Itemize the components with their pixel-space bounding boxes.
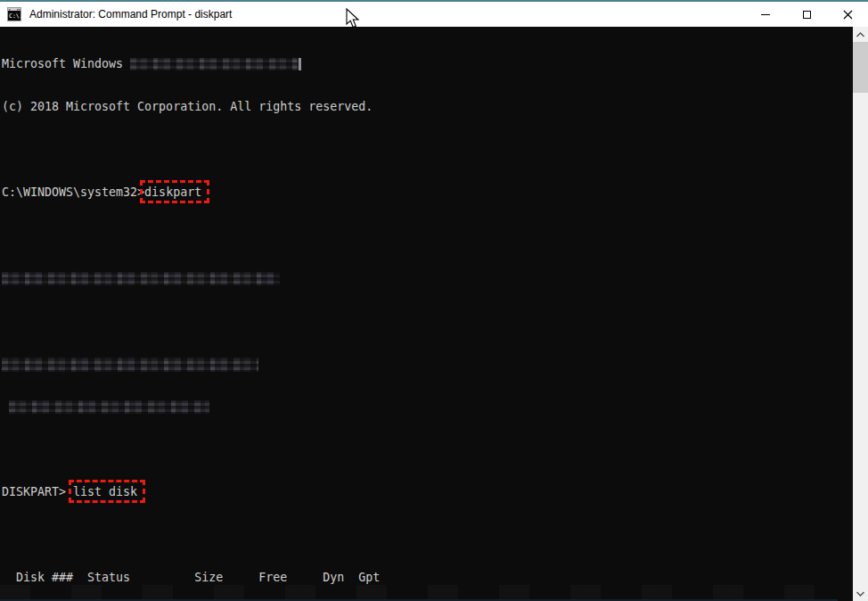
minimize-icon xyxy=(761,14,770,15)
scrollbar-thumb[interactable] xyxy=(853,42,868,93)
console-text: Microsoft Windows (c) 2018 Microsoft Cor… xyxy=(2,29,853,601)
list-disk-command: list disk xyxy=(73,485,137,498)
redacted-line-computer xyxy=(2,399,853,414)
blank-line xyxy=(2,528,853,542)
command-prompt-window: C:\. Administrator: Command Prompt - dis… xyxy=(0,0,868,601)
window-title: Administrator: Command Prompt - diskpart xyxy=(29,8,232,21)
console-output[interactable]: Microsoft Windows (c) 2018 Microsoft Cor… xyxy=(0,27,853,601)
redacted-computer-name xyxy=(9,400,209,414)
blank-line xyxy=(2,314,853,328)
close-icon xyxy=(843,10,853,20)
chevron-up-icon xyxy=(856,32,864,37)
blank-line xyxy=(2,143,853,157)
redacted-line-version xyxy=(2,271,853,285)
window-controls xyxy=(745,2,868,27)
console-line-windows-version: Microsoft Windows xyxy=(2,57,853,71)
copyright-text: (c) 2018 Microsoft Corporation. All righ… xyxy=(2,100,373,113)
redacted-diskpart-version xyxy=(2,272,280,285)
cmd-icon: C:\. xyxy=(7,7,21,21)
svg-text:C:\.: C:\. xyxy=(9,12,21,20)
chevron-down-icon xyxy=(856,591,864,597)
blank-line xyxy=(2,228,853,243)
redacted-copyright xyxy=(2,358,258,372)
prompt-path: C:\WINDOWS\system32> xyxy=(2,185,144,199)
maximize-icon xyxy=(803,11,811,19)
diskpart-command: diskpart xyxy=(144,185,201,199)
title-bar: C:\. Administrator: Command Prompt - dis… xyxy=(0,0,868,27)
mouse-arrow-cursor xyxy=(346,8,361,29)
disk-table-header: Disk ### Status Size Free Dyn Gpt xyxy=(2,571,853,585)
scroll-down-button[interactable] xyxy=(853,586,868,601)
annotation-box-diskpart: diskpart xyxy=(144,185,201,199)
close-button[interactable] xyxy=(827,2,868,27)
annotation-box-list-disk: list disk xyxy=(73,485,137,498)
console-line-copyright: (c) 2018 Microsoft Corporation. All righ… xyxy=(2,100,853,114)
blank-line xyxy=(2,442,853,457)
maximize-button[interactable] xyxy=(786,2,827,27)
redacted-line-copyright xyxy=(2,357,853,371)
minimize-button[interactable] xyxy=(745,2,786,27)
windows-version-text: Microsoft Windows xyxy=(2,57,130,70)
diskpart-prompt: DISKPART> xyxy=(2,485,73,498)
redacted-windows-version xyxy=(130,58,301,70)
vertical-scrollbar[interactable] xyxy=(853,27,868,601)
scroll-up-button[interactable] xyxy=(853,27,868,42)
command-line-diskpart: C:\WINDOWS\system32>diskpart xyxy=(2,185,853,200)
command-line-list-disk: DISKPART> list disk xyxy=(2,485,853,499)
taskbar-bleed-strip xyxy=(0,585,838,601)
